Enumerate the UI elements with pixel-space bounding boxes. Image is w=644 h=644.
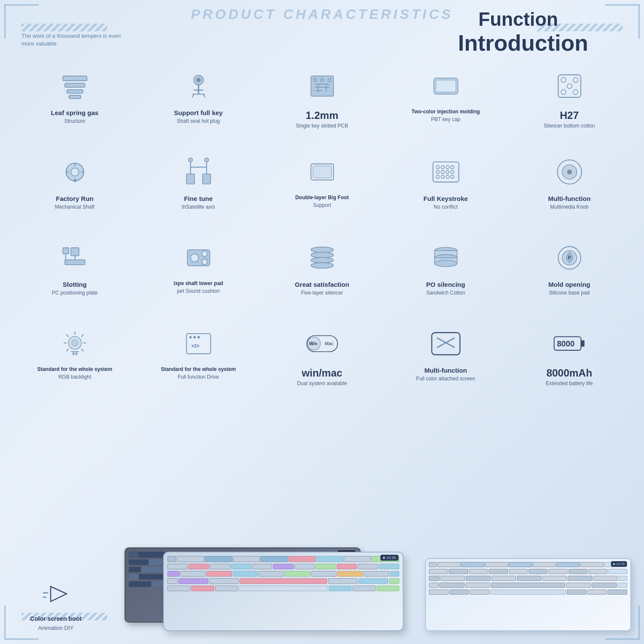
bottom-section: Color screen boot Animation DIY <box>13 532 631 631</box>
feature-silencer-layer: Great satisfaction Five-layer silencer <box>279 234 365 301</box>
feature-winmac: Win Mac win/mac Dual system available <box>279 320 365 392</box>
svg-point-77 <box>434 260 457 267</box>
svg-point-70 <box>311 252 334 258</box>
subtitle-text: The work of a thousand tempers is even m… <box>21 32 129 48</box>
fullcolor-subtitle: Full color attached screen <box>416 376 475 383</box>
feature-factory-run: Factory Run Mechanical Shaft <box>32 148 118 215</box>
feature-mold: P Mold opening Silicone base pad <box>526 234 612 301</box>
page-wrapper: PRODUCT CHARACTERISTICS Function Introdu… <box>0 0 644 644</box>
support-key-icon <box>179 67 218 105</box>
svg-line-87 <box>66 334 68 337</box>
svg-point-25 <box>561 89 565 94</box>
fullcolor-icon <box>426 324 465 363</box>
svg-point-69 <box>311 247 334 252</box>
svg-text:</>: </> <box>191 342 199 349</box>
svg-point-46 <box>441 165 444 169</box>
feature-fullcolor: Multi-function Full color attached scree… <box>403 320 489 386</box>
feature-knob: Multi-function Multimedia Knob <box>526 148 612 215</box>
svg-point-66 <box>190 254 198 262</box>
factory-run-subtitle: Mechanical Shaft <box>55 204 94 211</box>
bigfoot-title: Double-layer Big Foot <box>295 194 349 201</box>
svg-rect-11 <box>311 76 334 96</box>
knob-subtitle: Multimedia Knob <box>550 204 588 211</box>
svg-point-67 <box>202 251 207 256</box>
svg-point-72 <box>311 262 334 268</box>
winmac-icon: Win Mac <box>303 324 341 363</box>
svg-rect-1 <box>65 83 85 87</box>
svg-point-27 <box>567 83 571 88</box>
svg-point-71 <box>311 257 334 263</box>
factory-run-title: Factory Run <box>56 194 94 203</box>
svg-point-50 <box>441 170 444 173</box>
svg-point-5 <box>196 78 200 82</box>
slotting-title: Slotting <box>63 280 87 289</box>
feature-slotting: Slotting PC positioning plate <box>32 234 118 301</box>
stripe-decoration-tl <box>21 24 107 31</box>
feature-full-keystroke: Full Keystroke No conflict <box>403 148 489 215</box>
feature-support-key: Support full key Shaft seat hot plug <box>155 62 241 129</box>
rgb-icon <box>55 324 94 363</box>
shaft-pad-subtitle: pet Sound cushion <box>177 288 219 295</box>
silencer-layer-title: Great satisfaction <box>295 280 349 289</box>
bottom-left-features: Color screen boot Animation DIY <box>13 576 99 631</box>
svg-point-23 <box>561 77 565 82</box>
mold-subtitle: Silicone base pad <box>549 290 590 297</box>
shaft-pad-title: ixpe shaft lower pad <box>173 280 223 287</box>
feature-drive: </> Standard for the whole system Full f… <box>155 320 241 385</box>
svg-rect-21 <box>436 80 456 92</box>
winmac-subtitle: Dual system available <box>297 380 347 387</box>
feature-silencer: H27 Silencer bottom cotton <box>526 62 612 134</box>
support-key-title: Support full key <box>174 109 222 117</box>
po-silencing-icon <box>426 238 465 277</box>
fine-tune-subtitle: thSatellite axis <box>182 204 215 211</box>
svg-point-47 <box>446 165 449 169</box>
mold-title: Mold opening <box>548 280 590 289</box>
fullcolor-title: Multi-function <box>424 366 467 375</box>
svg-rect-36 <box>202 174 210 184</box>
winmac-title: win/mac <box>302 366 343 380</box>
shaft-pad-icon <box>179 238 218 277</box>
svg-point-59 <box>567 169 571 174</box>
full-keystroke-title: Full Keystroke <box>423 194 468 203</box>
svg-rect-107 <box>581 340 584 346</box>
animation-label: Animation DIY <box>38 625 73 631</box>
leaf-spring-icon <box>55 67 94 105</box>
svg-rect-3 <box>69 95 81 99</box>
pcb-subtitle: Single key slotted PCB <box>296 123 348 130</box>
svg-point-56 <box>450 175 454 179</box>
svg-point-52 <box>450 170 454 173</box>
feature-rgb: Standard for the whole system RGB backli… <box>32 320 118 385</box>
pbt-icon <box>426 67 465 105</box>
svg-text:Win: Win <box>309 341 317 346</box>
mold-icon: P <box>550 238 589 277</box>
bigfoot-icon <box>303 152 341 191</box>
fine-tune-icon <box>179 152 218 191</box>
feature-row-3: Slotting PC positioning plate ixpe shaft… <box>13 234 631 301</box>
svg-rect-0 <box>63 76 87 81</box>
feature-pbt: Two-color injection molding PBT key cap <box>403 62 489 127</box>
feature-leaf-spring: Leaf spring gas Structure <box>32 62 118 129</box>
rgb-label: Standard for the whole system <box>37 366 112 373</box>
support-key-subtitle: Shaft seat hot plug <box>177 118 220 125</box>
svg-rect-62 <box>65 260 85 264</box>
svg-point-95 <box>189 336 191 338</box>
pcb-icon <box>303 67 341 105</box>
product-title: PRODUCT CHARACTERISTICS <box>191 6 453 22</box>
svg-point-55 <box>446 175 449 179</box>
drive-label: Standard for the whole system <box>161 366 236 373</box>
battery-title: 8000mAh <box>547 366 592 380</box>
factory-run-icon <box>55 152 94 191</box>
svg-rect-60 <box>71 248 79 256</box>
full-keystroke-icon <box>426 152 465 191</box>
svg-point-26 <box>573 89 577 94</box>
svg-text:Mac: Mac <box>325 341 334 346</box>
svg-rect-43 <box>313 166 331 178</box>
po-silencing-subtitle: Sandwich Cotton <box>426 290 465 297</box>
svg-point-54 <box>441 175 444 179</box>
svg-line-86 <box>81 349 83 351</box>
feature-po-silencing: PO silencing Sandwich Cotton <box>403 234 489 301</box>
svg-point-82 <box>72 340 78 346</box>
pbt-subtitle: PBT key cap <box>431 116 460 123</box>
feature-row-2: Factory Run Mechanical Shaft Fine tune t… <box>13 148 631 215</box>
svg-point-45 <box>436 165 440 169</box>
